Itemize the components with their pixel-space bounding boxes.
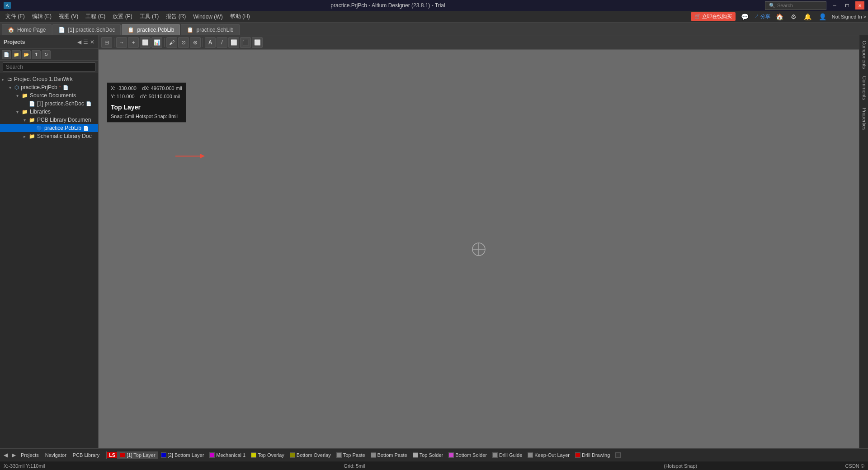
sidebar-expand-icon[interactable]: ◀ <box>77 39 81 45</box>
bottom-tab-navigator[interactable]: Navigator <box>42 451 69 459</box>
layer-drill-drawing[interactable]: Drill Drawing <box>572 451 613 459</box>
bottom-tab-pcb-library[interactable]: PCB Library <box>70 451 102 459</box>
layer-top-solder[interactable]: Top Solder <box>410 451 446 459</box>
chart-tool[interactable]: 📊 <box>151 37 162 48</box>
chat-icon[interactable]: 💬 <box>739 13 750 20</box>
titlebar-search-input[interactable] <box>777 3 822 8</box>
layer-mechanical[interactable]: Mechanical 1 <box>207 451 248 459</box>
next-tab-arrow[interactable]: ▶ <box>10 451 17 459</box>
comments-panel-tab[interactable]: Comments <box>859 72 868 104</box>
restore-button[interactable]: ⧠ <box>843 1 852 9</box>
sidebar-options-icon[interactable]: ☰ <box>83 39 88 45</box>
notify-icon[interactable]: 🔔 <box>802 13 813 20</box>
layer-top-paste[interactable]: Top Paste <box>334 451 368 459</box>
minimize-button[interactable]: ─ <box>830 1 839 9</box>
layer-extra[interactable] <box>613 451 623 459</box>
sep3 <box>203 38 203 47</box>
tree-source-docs[interactable]: ▾ 📁 Source Documents <box>0 91 98 100</box>
tooltip-snap: Snap: 5mil Hotspot Snap: 8mil <box>111 113 182 121</box>
layer-top-overlay[interactable]: Top Overlay <box>248 451 287 459</box>
right-panels: Components Comments Properties <box>859 35 868 448</box>
layer-top[interactable]: [1] Top Layer <box>117 451 158 459</box>
menu-edit[interactable]: 编辑 (E) <box>28 11 55 22</box>
fill-tool[interactable]: ⬛ <box>240 37 251 48</box>
ls-indicator[interactable]: LS <box>107 452 117 458</box>
add-tool[interactable]: + <box>128 37 139 48</box>
menu-window[interactable]: Window (W) <box>189 12 226 21</box>
tree-libraries-label: Libraries <box>30 109 51 115</box>
canvas-area[interactable]: ⊟ → + ⬜ 📊 🖌 ⊙ ⊛ A / ⬜ ⬛ ⬜ <box>99 35 859 448</box>
menubar: 文件 (F) 编辑 (E) 视图 (V) 工程 (C) 放置 (P) 工具 (T… <box>0 11 868 23</box>
layer-mechanical-color <box>209 452 215 458</box>
menu-project[interactable]: 工程 (C) <box>82 11 109 22</box>
settings-icon[interactable]: ⚙ <box>789 13 798 20</box>
layer-bottom[interactable]: [2] Bottom Layer <box>158 451 207 459</box>
tab-schdoc[interactable]: 📄 [1] practice.SchDoc <box>52 24 121 35</box>
menu-place[interactable]: 放置 (P) <box>109 11 136 22</box>
filter-tool[interactable]: ⊟ <box>101 37 112 48</box>
circle-tool[interactable]: ⊙ <box>178 37 189 48</box>
menu-report[interactable]: 报告 (R) <box>162 11 189 22</box>
tree-pcb-lib-folder[interactable]: ▾ 📁 PCB Library Documen <box>0 116 98 124</box>
buy-button[interactable]: 🛒 立即在线购买 <box>691 12 736 21</box>
menu-view[interactable]: 视图 (V) <box>55 11 82 22</box>
pcb-lib-folder-icon: 📁 <box>29 117 35 123</box>
menu-tools[interactable]: 工具 (T) <box>136 11 163 22</box>
tree-practice-project[interactable]: ▾ ⬡ practice.PrjPcb * 📄 <box>0 83 98 91</box>
extra-tool[interactable]: ⬜ <box>252 37 263 48</box>
components-panel-tab[interactable]: Components <box>859 37 868 72</box>
content-area: Projects ◀ ☰ ✕ 📄 📁 📂 ⬆ ↻ <box>0 35 868 448</box>
layer-drill-guide-label: Drill Guide <box>499 452 522 458</box>
bottom-tab-projects[interactable]: Projects <box>18 451 42 459</box>
layer-bottom-paste-color <box>371 452 376 458</box>
tree-libraries[interactable]: ▾ 📁 Libraries <box>0 108 98 116</box>
layer-bottom-solder[interactable]: Bottom Solder <box>446 451 490 459</box>
folder-icon: 📁 <box>22 93 28 99</box>
rect2-tool[interactable]: ⬜ <box>228 37 239 48</box>
line-tool[interactable]: / <box>217 37 227 48</box>
close-button[interactable]: ✕ <box>855 1 864 9</box>
tab-homepage[interactable]: 🏠 Home Page <box>2 24 52 35</box>
project-search-input[interactable] <box>3 62 95 71</box>
layer-keepout[interactable]: Keep-Out Layer <box>525 451 572 459</box>
sidebar-close-icon[interactable]: ✕ <box>90 39 94 45</box>
new-file-button[interactable]: 📄 <box>2 50 11 59</box>
layer-top-label: [1] Top Layer <box>127 452 155 458</box>
sidebar: Projects ◀ ☰ ✕ 📄 📁 📂 ⬆ ↻ <box>0 35 99 448</box>
tree-project-group[interactable]: ▸ 🗂 Project Group 1.DsnWrk <box>0 75 98 83</box>
properties-panel-tab[interactable]: Properties <box>859 104 868 134</box>
select-tool[interactable]: → <box>116 37 127 48</box>
share-button[interactable]: ↗ 分享 <box>754 13 770 20</box>
layer-bottom-paste[interactable]: Bottom Paste <box>368 451 410 459</box>
layer-bottom-overlay[interactable]: Bottom Overlay <box>287 451 334 459</box>
tree-schdoc[interactable]: 📄 [1] practice.SchDoc 📄 <box>0 100 98 108</box>
paint-tool[interactable]: 🖌 <box>166 37 177 48</box>
home-icon[interactable]: 🏠 <box>774 13 785 20</box>
open-folder-button[interactable]: 📁 <box>12 50 21 59</box>
tab-schlib[interactable]: 📋 practice.SchLib <box>181 24 239 35</box>
text-tool[interactable]: A <box>205 37 216 48</box>
pcblib-file-icon: 📄 <box>83 126 89 131</box>
sidebar-toolbar: 📄 📁 📂 ⬆ ↻ <box>0 49 98 61</box>
status-coords: X:-330mil Y:110mil <box>4 463 45 469</box>
open-button[interactable]: 📂 <box>22 50 31 59</box>
titlebar-title: practice.PrjPcb - Altium Designer (23.8.… <box>11 2 765 9</box>
refresh-button[interactable]: ↻ <box>42 50 51 59</box>
user-icon[interactable]: 👤 <box>817 13 828 20</box>
tooltip-overlay: X: -330.000 dX: 49670.000 mil Y: 110.000… <box>107 82 186 123</box>
layer-drill-guide[interactable]: Drill Guide <box>490 451 525 459</box>
tree-sch-lib-folder[interactable]: ▸ 📁 Schematic Library Doc <box>0 132 98 140</box>
not-signed-in-button[interactable]: Not Signed In > <box>832 14 866 19</box>
tab-schlib-label: practice.SchLib <box>196 27 233 33</box>
tab-pcblib[interactable]: 📋 practice.PcbLib <box>122 24 180 35</box>
rect-tool[interactable]: ⬜ <box>140 37 151 48</box>
target-tool[interactable]: ⊛ <box>190 37 201 48</box>
menu-file[interactable]: 文件 (F) <box>2 11 28 22</box>
prev-tab-arrow[interactable]: ◀ <box>2 451 9 459</box>
tab-schdoc-label: [1] practice.SchDoc <box>68 27 115 33</box>
menu-help[interactable]: 帮助 (H) <box>226 11 254 22</box>
schdoc-icon: 📄 <box>29 101 35 107</box>
tree-pcblib-file[interactable]: 🔵 practice.PcbLib 📄 <box>0 124 98 132</box>
layer-top-color <box>120 452 125 458</box>
import-button[interactable]: ⬆ <box>32 50 41 59</box>
